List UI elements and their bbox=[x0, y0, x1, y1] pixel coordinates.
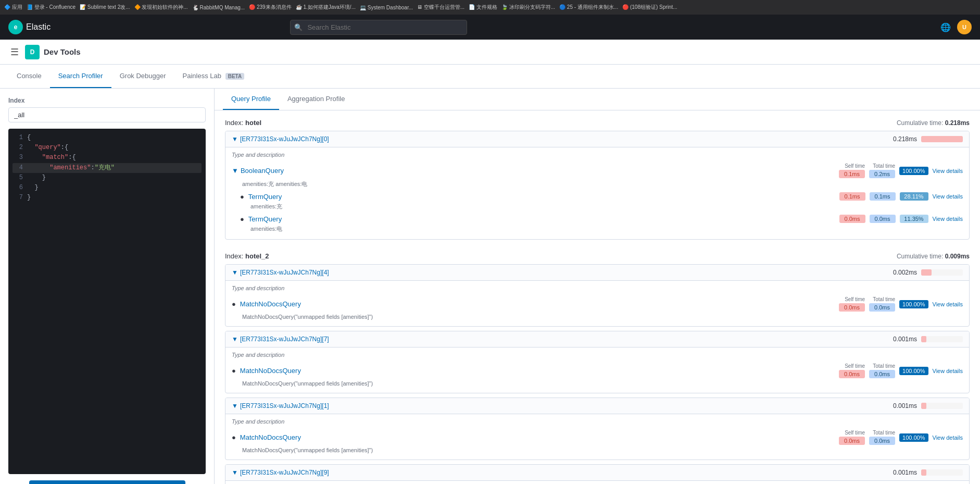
browser-tab[interactable]: 🔷 应用 bbox=[4, 4, 22, 11]
query-type-name-term2[interactable]: ● TermQuery bbox=[240, 215, 282, 223]
time-cell-self-term2: 0.0ms bbox=[839, 215, 865, 223]
query-type-row-match7: ● MatchNoDocsQuery Self time 0.0ms Total… bbox=[232, 361, 963, 380]
type-desc-header-1: Type and description bbox=[232, 418, 963, 425]
index-input[interactable] bbox=[8, 107, 206, 122]
query-type-name-match1[interactable]: ● MatchNoDocsQuery bbox=[232, 433, 301, 441]
tab-aggregation-profile[interactable]: Aggregation Profile bbox=[279, 89, 354, 110]
query-entries-hotel2-1: Type and description ● MatchNoDocsQuery … bbox=[225, 414, 969, 460]
tab-grok-debugger[interactable]: Grok Debugger bbox=[111, 65, 174, 88]
shard-id-hotel2-1[interactable]: ▼ [ER773I31Sx-wJuJwJCh7Ng][1] bbox=[232, 402, 329, 409]
view-details-match4[interactable]: View details bbox=[933, 301, 963, 307]
browser-tab-bar: 🔷 应用 📘 登录 - Confluence 📝 Sublime text 2改… bbox=[0, 0, 980, 15]
total-time-match7: 0.0ms bbox=[869, 370, 895, 378]
browser-tab[interactable]: 🔵 25 - 通用组件来制水... bbox=[559, 4, 618, 11]
view-details-term1[interactable]: View details bbox=[933, 193, 963, 200]
total-time-match1: 0.0ms bbox=[869, 437, 895, 445]
view-details-boolean[interactable]: View details bbox=[933, 168, 963, 174]
shard-id-hotel2-9[interactable]: ▼ [ER773I31Sx-wJuJwJCh7Ng][9] bbox=[232, 469, 329, 476]
hamburger-icon[interactable]: ☰ bbox=[8, 44, 21, 60]
time-cells-match1: Self time 0.0ms Total time 0.0ms 100.00%… bbox=[839, 430, 963, 445]
code-line-2: 2 "query":{ bbox=[12, 143, 202, 153]
index-section-hotel2: Index: hotel_2 Cumulative time: 0.009ms … bbox=[225, 252, 970, 484]
self-time-match1: 0.0ms bbox=[839, 437, 865, 445]
shard-header-hotel-0: ▼ [ER773I31Sx-wJuJwJCh7Ng][0] 0.218ms bbox=[225, 131, 969, 147]
browser-tab[interactable]: 🐇 RabbitMQ Manag... bbox=[192, 5, 245, 10]
right-panel: Query Profile Aggregation Profile Index:… bbox=[215, 89, 980, 484]
browser-tab[interactable]: 📝 Sublime text 2改... bbox=[80, 4, 130, 11]
query-entry-boolean: ▼ BooleanQuery Self time 0.1ms Total tim… bbox=[232, 161, 963, 233]
tab-search-profiler[interactable]: Search Profiler bbox=[50, 65, 111, 88]
nav-tabs: Console Search Profiler Grok Debugger Pa… bbox=[0, 65, 980, 89]
browser-tab[interactable]: 🔴 (108组验证) Sprint... bbox=[622, 4, 677, 11]
tab-painless-lab[interactable]: Painless Lab BETA bbox=[174, 65, 253, 88]
pct-badge-boolean: 100.00% bbox=[899, 167, 928, 175]
time-cell-total-match1: Total time 0.0ms bbox=[869, 430, 895, 445]
profile-button[interactable]: Profile bbox=[29, 480, 185, 484]
topbar-right: 🌐 U bbox=[940, 20, 972, 34]
type-desc-header: Type and description bbox=[232, 152, 963, 158]
query-type-row-boolean: ▼ BooleanQuery Self time 0.1ms Total tim… bbox=[232, 161, 963, 180]
self-time-term1: 0.1ms bbox=[839, 192, 865, 201]
time-cell-total-match4: Total time 0.0ms bbox=[869, 296, 895, 312]
query-type-name-match4[interactable]: ● MatchNoDocsQuery bbox=[232, 300, 301, 308]
search-icon: 🔍 bbox=[294, 23, 303, 31]
tab-console[interactable]: Console bbox=[8, 65, 50, 88]
self-time-label-1: Self time bbox=[845, 430, 865, 436]
total-time-term1: 0.1ms bbox=[870, 192, 896, 201]
browser-tab[interactable]: 🍃 冰印刷分支码字符... bbox=[501, 4, 555, 11]
app-title: Dev Tools bbox=[44, 47, 81, 56]
total-time-label: Total time bbox=[873, 163, 895, 169]
query-desc-match7: MatchNoDocsQuery("unmapped fields [ameni… bbox=[242, 380, 963, 387]
pct-badge-term2: 11.35% bbox=[900, 215, 928, 223]
browser-tab[interactable]: ☕ 1.如何搭建Java环境/... bbox=[296, 4, 356, 11]
total-time-label-7: Total time bbox=[873, 363, 895, 369]
self-time-match4: 0.0ms bbox=[839, 303, 865, 312]
time-cell-self-term1: 0.1ms bbox=[839, 192, 865, 201]
query-entries-hotel2-4: Type and description ● MatchNoDocsQuery … bbox=[225, 281, 969, 326]
query-desc-match1: MatchNoDocsQuery("unmapped fields [ameni… bbox=[242, 447, 963, 453]
search-input[interactable] bbox=[290, 20, 467, 35]
query-type-name-boolean[interactable]: ▼ BooleanQuery bbox=[232, 167, 284, 175]
time-cell-total-term1: 0.1ms bbox=[870, 192, 896, 201]
shard-id-hotel2-7[interactable]: ▼ [ER773I31Sx-wJuJwJCh7Ng][7] bbox=[232, 336, 329, 343]
code-line-1: 1 { bbox=[12, 133, 202, 143]
browser-tab[interactable]: 📄 文件规格 bbox=[469, 4, 497, 11]
index-name-hotel: Index: hotel bbox=[225, 119, 261, 127]
avatar[interactable]: U bbox=[957, 20, 972, 34]
topbar-search[interactable]: 🔍 bbox=[290, 20, 467, 35]
shard-time-val-hotel2-7: 0.001ms bbox=[886, 336, 917, 343]
self-time-label-4: Self time bbox=[845, 296, 865, 302]
shard-header-hotel2-9: ▼ [ER773I31Sx-wJuJwJCh7Ng][9] 0.001ms bbox=[225, 465, 969, 481]
query-type-row-term2: ● TermQuery 0.0ms 0.0ms 11.35% bbox=[232, 213, 963, 225]
time-cells-match4: Self time 0.0ms Total time 0.0ms 100.00%… bbox=[839, 296, 963, 312]
shard-id-hotel2-4[interactable]: ▼ [ER773I31Sx-wJuJwJCh7Ng][4] bbox=[232, 269, 329, 276]
browser-tab[interactable]: 🔶 发现初始软件的神... bbox=[134, 4, 188, 11]
browser-tab[interactable]: 🖥 空蝶千台运营管... bbox=[417, 4, 464, 11]
view-details-term2[interactable]: View details bbox=[933, 216, 963, 222]
profile-btn-row: Profile bbox=[8, 474, 206, 484]
shard-row-hotel2-9: ▼ [ER773I31Sx-wJuJwJCh7Ng][9] 0.001ms Ty… bbox=[225, 464, 970, 484]
tab-query-profile[interactable]: Query Profile bbox=[223, 89, 279, 110]
shard-time-bar-inner-hotel2-7 bbox=[921, 336, 926, 342]
shard-time-bar-outer-hotel2-9 bbox=[921, 469, 963, 476]
type-desc-header-4: Type and description bbox=[232, 285, 963, 291]
code-editor[interactable]: 1 { 2 "query":{ 3 "match":{ 4 "amenitie bbox=[8, 129, 206, 474]
browser-tab[interactable]: 💻 System Dashboar... bbox=[360, 5, 413, 10]
app-badge: D bbox=[25, 45, 40, 59]
view-details-match7[interactable]: View details bbox=[933, 368, 963, 374]
globe-icon[interactable]: 🌐 bbox=[940, 22, 951, 32]
query-desc-boolean: amenities:充 amenities:电 bbox=[242, 180, 963, 188]
shard-time-bar-hotel2-9: 0.001ms bbox=[886, 469, 963, 476]
shard-time-bar-inner-hotel2-4 bbox=[921, 269, 932, 276]
profile-content[interactable]: Index: hotel Cumulative time: 0.218ms ▼ … bbox=[215, 110, 980, 484]
query-type-name-term1[interactable]: ● TermQuery bbox=[240, 193, 282, 201]
browser-tab[interactable]: 🔴 239来条消息件 bbox=[249, 4, 291, 11]
query-type-name-match7[interactable]: ● MatchNoDocsQuery bbox=[232, 367, 301, 375]
pct-badge-term1: 28.11% bbox=[900, 192, 928, 201]
query-type-row-match1: ● MatchNoDocsQuery Self time 0.0ms Total… bbox=[232, 428, 963, 447]
shard-id-hotel-0[interactable]: ▼ [ER773I31Sx-wJuJwJCh7Ng][0] bbox=[232, 135, 329, 143]
kibana-logo: e Elastic bbox=[8, 20, 51, 34]
view-details-match1[interactable]: View details bbox=[933, 435, 963, 441]
browser-tab[interactable]: 📘 登录 - Confluence bbox=[27, 4, 76, 11]
shard-time-bar-hotel2-4: 0.002ms bbox=[886, 269, 963, 276]
